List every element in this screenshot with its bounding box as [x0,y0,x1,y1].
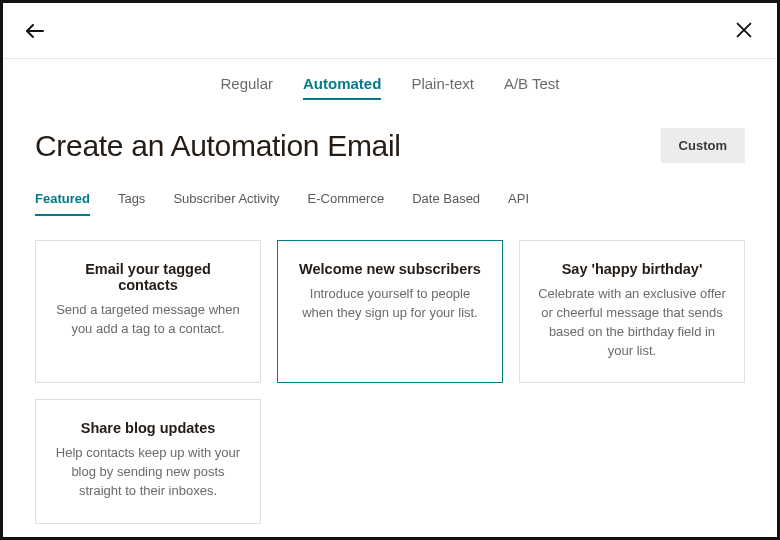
subtab-date-based[interactable]: Date Based [412,191,480,216]
automation-cards-grid: Email your tagged contacts Send a target… [35,240,745,524]
card-description: Celebrate with an exclusive offer or che… [538,285,726,360]
card-title: Welcome new subscribers [296,261,484,277]
subtab-tags[interactable]: Tags [118,191,145,216]
card-title: Email your tagged contacts [54,261,242,293]
top-bar [3,3,777,59]
tab-regular[interactable]: Regular [221,75,274,100]
custom-button[interactable]: Custom [661,128,745,163]
card-happy-birthday[interactable]: Say 'happy birthday' Celebrate with an e… [519,240,745,383]
tab-ab-test[interactable]: A/B Test [504,75,560,100]
title-row: Create an Automation Email Custom [35,128,745,163]
automation-category-tabs: Featured Tags Subscriber Activity E-Comm… [35,191,745,216]
page-content: Create an Automation Email Custom Featur… [3,128,777,524]
card-title: Share blog updates [54,420,242,436]
arrow-left-icon [23,19,47,43]
subtab-featured[interactable]: Featured [35,191,90,216]
card-welcome-new-subscribers[interactable]: Welcome new subscribers Introduce yourse… [277,240,503,383]
close-icon [733,19,755,41]
card-email-tagged-contacts[interactable]: Email your tagged contacts Send a target… [35,240,261,383]
card-description: Help contacts keep up with your blog by … [54,444,242,501]
modal-frame: Regular Automated Plain-text A/B Test Cr… [3,3,777,537]
subtab-subscriber-activity[interactable]: Subscriber Activity [173,191,279,216]
subtab-api[interactable]: API [508,191,529,216]
card-description: Send a targeted message when you add a t… [54,301,242,339]
card-description: Introduce yourself to people when they s… [296,285,484,323]
card-share-blog-updates[interactable]: Share blog updates Help contacts keep up… [35,399,261,524]
subtab-e-commerce[interactable]: E-Commerce [308,191,385,216]
campaign-type-tabs: Regular Automated Plain-text A/B Test [3,59,777,114]
page-title: Create an Automation Email [35,129,401,163]
tab-automated[interactable]: Automated [303,75,381,100]
card-title: Say 'happy birthday' [538,261,726,277]
back-button[interactable] [23,19,47,43]
close-button[interactable] [733,19,757,43]
tab-plain-text[interactable]: Plain-text [411,75,474,100]
